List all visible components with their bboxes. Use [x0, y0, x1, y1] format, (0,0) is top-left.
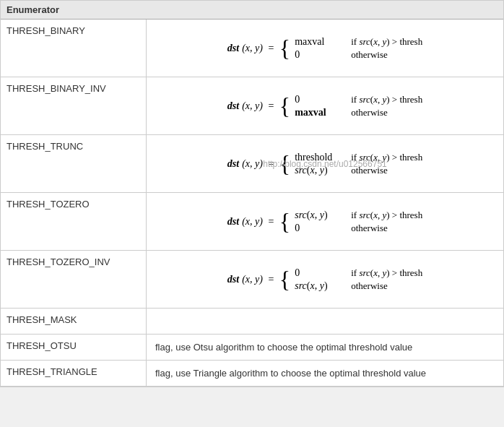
- formula-cell: dst (x, y) = { src(x, y) if src(x, y) > …: [147, 193, 503, 250]
- description-cell: flag, use Triangle algorithm to choose t…: [147, 361, 503, 386]
- formula-cell: [147, 309, 503, 334]
- formula-cell: dst (x, y) = { 0 if src(x, y) > thresh m…: [147, 77, 503, 134]
- main-table: Enumerator THRESH_BINARY dst (x, y) = { …: [0, 0, 504, 387]
- enum-name: THRESH_TOZERO_INV: [1, 251, 147, 308]
- description-cell: flag, use Otsu algorithm to choose the o…: [147, 335, 503, 360]
- enum-name: THRESH_BINARY_INV: [1, 77, 147, 134]
- table-row: THRESH_TOZERO_INV dst (x, y) = { 0 if sr…: [1, 251, 503, 309]
- table-row: THRESH_TRIANGLE flag, use Triangle algor…: [1, 361, 503, 387]
- enum-name: THRESH_OTSU: [1, 335, 147, 360]
- table-row: THRESH_TOZERO dst (x, y) = { src(x, y) i…: [1, 193, 503, 251]
- formula-cell: dst (x, y) = { 0 if src(x, y) > thresh s…: [147, 251, 503, 308]
- enum-name: THRESH_BINARY: [1, 20, 147, 77]
- table-row: THRESH_OTSU flag, use Otsu algorithm to …: [1, 335, 503, 361]
- header-label: Enumerator: [6, 4, 59, 15]
- table-header: Enumerator: [1, 1, 503, 20]
- table-row: THRESH_BINARY dst (x, y) = { maxval if s…: [1, 20, 503, 77]
- table-row: THRESH_BINARY_INV dst (x, y) = { 0 if sr…: [1, 77, 503, 135]
- formula-cell: dst (x, y) = { maxval if src(x, y) > thr…: [147, 20, 503, 77]
- table-row: THRESH_TRUNC dst (x, y) = { threshold if…: [1, 135, 503, 193]
- enum-name: THRESH_MASK: [1, 309, 147, 334]
- enum-name: THRESH_TRIANGLE: [1, 361, 147, 386]
- table-row: THRESH_MASK: [1, 309, 503, 335]
- enum-name: THRESH_TRUNC: [1, 135, 147, 192]
- enum-name: THRESH_TOZERO: [1, 193, 147, 250]
- formula-cell: dst (x, y) = { threshold if src(x, y) > …: [147, 135, 503, 192]
